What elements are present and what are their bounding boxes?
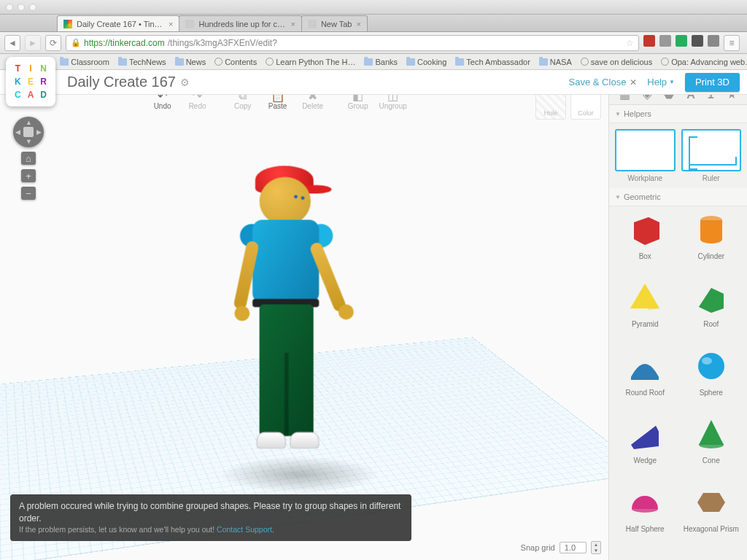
- star-icon[interactable]: ☆: [626, 38, 634, 48]
- shape-cylinder[interactable]: Cylinder: [681, 209, 742, 273]
- lock-icon: 🔒: [71, 38, 81, 47]
- bookmark-item[interactable]: Learn Python The H…: [266, 58, 355, 66]
- url-domain: https://tinkercad.com: [84, 38, 165, 48]
- shape-cone[interactable]: Cone: [681, 413, 742, 477]
- orbit-pad[interactable]: ▲ ▼ ◀ ▶: [13, 117, 44, 147]
- back-button[interactable]: ◄: [4, 35, 20, 51]
- address-bar: ◄ ► ⟳ 🔒 https://tinkercad.com/things/k3m…: [0, 32, 747, 54]
- mac-zoom[interactable]: [29, 4, 36, 11]
- bookmark-item[interactable]: TechNews: [118, 58, 166, 66]
- reload-button[interactable]: ⟳: [45, 35, 61, 51]
- bookmarks-bar: Moble MeClassroomTechNewsNewsContentsLea…: [0, 54, 747, 70]
- snap-grid-label: Snap grid: [521, 543, 555, 552]
- bookmark-item[interactable]: Cooking: [406, 58, 446, 66]
- shape-box[interactable]: Box: [615, 209, 676, 273]
- project-title[interactable]: Daily Create 167: [67, 74, 176, 90]
- ext-icon-2[interactable]: [659, 35, 671, 47]
- orbit-up-icon[interactable]: ▲: [26, 119, 32, 126]
- orbit-left-icon[interactable]: ◀: [15, 128, 20, 136]
- gear-icon[interactable]: ⚙: [180, 77, 190, 88]
- error-snackbar: A problem occured while trying to combin…: [10, 494, 411, 541]
- svg-point-14: [699, 441, 724, 448]
- bookmark-item[interactable]: Contents: [214, 58, 257, 66]
- shapes-panel: ▦ ◈ ⬣ A 1 ★ ▼Helpers Workplane Ruler ▼Ge…: [608, 85, 747, 560]
- zoom-fit-button[interactable]: ⌂: [21, 152, 36, 165]
- orbit-down-icon[interactable]: ▼: [26, 138, 32, 145]
- shape-sphere[interactable]: Sphere: [681, 346, 742, 409]
- svg-point-15: [632, 505, 658, 513]
- shape-roof[interactable]: Roof: [681, 277, 742, 341]
- geometric-header[interactable]: Geometric: [624, 192, 661, 201]
- shape-wedge[interactable]: Wedge: [615, 413, 676, 477]
- help-link[interactable]: Help▼: [647, 77, 675, 88]
- bookmark-item[interactable]: Banks: [364, 58, 398, 66]
- tinkercad-logo[interactable]: TINKERCAD: [6, 57, 55, 106]
- svg-point-4: [700, 235, 722, 244]
- contact-support-link[interactable]: Contact Support: [217, 525, 272, 534]
- bookmark-item[interactable]: News: [175, 58, 206, 66]
- chrome-menu[interactable]: ≡: [724, 35, 740, 51]
- svg-marker-17: [703, 493, 721, 497]
- zoom-in-button[interactable]: +: [21, 169, 36, 182]
- browser-tab[interactable]: New Tab×: [301, 15, 368, 31]
- svg-point-9: [698, 353, 724, 379]
- browser-tab[interactable]: Daily Create 167 • Tinkercad×: [57, 15, 179, 31]
- url-field[interactable]: 🔒 https://tinkercad.com/things/k3mgA3FXE…: [66, 35, 639, 51]
- home-view-icon[interactable]: [23, 127, 34, 137]
- url-path: /things/k3mgA3FXEnV/edit?: [168, 38, 277, 48]
- shape-rroof[interactable]: Round Roof: [615, 346, 676, 409]
- forward-button[interactable]: ►: [25, 35, 41, 51]
- orbit-right-icon[interactable]: ▶: [36, 128, 42, 136]
- helper-ruler[interactable]: Ruler: [681, 129, 742, 182]
- svg-marker-13: [699, 420, 724, 445]
- snap-grid-value[interactable]: 1.0: [560, 542, 587, 553]
- bookmark-item[interactable]: Opa: Advancing web…: [661, 58, 747, 66]
- ext-icon-1[interactable]: [643, 35, 655, 47]
- figure-shadow: [219, 456, 379, 493]
- browser-tab[interactable]: Hundreds line up for chance…×: [179, 15, 301, 31]
- app-bar: Daily Create 167 ⚙ Save & Close✕ Help▼ P…: [0, 70, 747, 95]
- svg-point-10: [702, 357, 712, 365]
- snap-grid-stepper[interactable]: ▲▼: [591, 541, 601, 554]
- mac-minimize[interactable]: [18, 4, 25, 11]
- bookmark-item[interactable]: NASA: [539, 58, 572, 66]
- save-close-link[interactable]: Save & Close✕: [569, 77, 638, 88]
- ext-icon-4[interactable]: [692, 35, 703, 47]
- tab-strip: Daily Create 167 • Tinkercad×Hundreds li…: [0, 15, 747, 32]
- shape-pyramid[interactable]: Pyramid: [615, 277, 676, 341]
- zoom-out-button[interactable]: −: [21, 187, 36, 200]
- helpers-header[interactable]: Helpers: [624, 109, 651, 118]
- ext-icon-3[interactable]: [676, 35, 687, 47]
- bookmark-item[interactable]: Tech Ambassador: [455, 58, 530, 66]
- bookmark-item[interactable]: save on delicious: [581, 58, 652, 66]
- helper-workplane[interactable]: Workplane: [615, 129, 676, 182]
- shape-hsphere[interactable]: Half Sphere: [615, 482, 676, 545]
- mac-close[interactable]: [6, 4, 13, 11]
- bookmark-item[interactable]: Classroom: [60, 58, 109, 66]
- workspace-canvas[interactable]: TINKERCAD ▲ ▼ ◀ ▶ ⌂ + − ↶Undo ↷Redo ⧉Cop…: [0, 85, 608, 560]
- print-3d-button[interactable]: Print 3D: [685, 73, 740, 92]
- error-line-1: A problem occured while trying to combin…: [19, 500, 403, 525]
- shape-hex[interactable]: Hexagonal Prism: [681, 482, 742, 545]
- ext-icon-5[interactable]: [708, 35, 719, 47]
